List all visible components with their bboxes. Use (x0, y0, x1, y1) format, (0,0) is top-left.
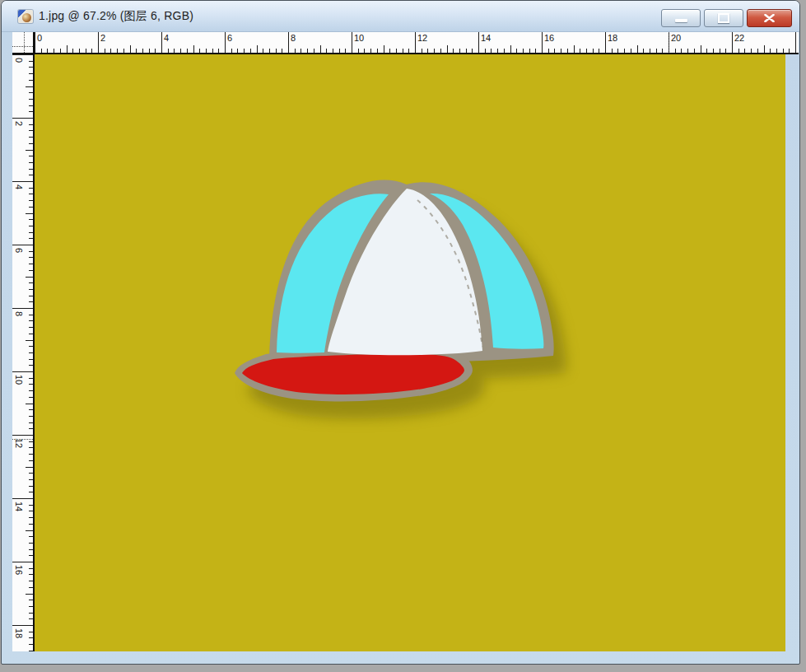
ruler-tick (764, 45, 765, 53)
ruler-tick (72, 49, 73, 53)
ruler-tick (29, 124, 33, 125)
ruler-origin-box[interactable] (12, 32, 35, 54)
ruler-tick (675, 49, 676, 53)
ruler-tick (269, 49, 270, 53)
ruler-tick (29, 479, 33, 480)
ruler-tick (631, 49, 631, 53)
ruler-tick (605, 32, 606, 54)
ruler-tick (263, 49, 263, 53)
ruler-tick (29, 543, 33, 544)
ruler-tick (574, 45, 575, 53)
ruler-label: 4 (14, 184, 23, 189)
ruler-tick (377, 49, 378, 53)
ruler-tick (789, 49, 790, 53)
ruler-tick (535, 49, 536, 53)
ruler-tick (26, 86, 33, 87)
ruler-tick (307, 49, 308, 53)
ruler-pointer-indicator (12, 439, 33, 440)
ruler-tick (29, 320, 33, 321)
ruler-label: 2 (14, 121, 23, 126)
ruler-tick (29, 232, 33, 233)
ruler-tick (561, 49, 561, 53)
ruler-tick (26, 213, 33, 214)
ruler-tick (276, 49, 277, 53)
ruler-tick (504, 49, 505, 53)
ruler-tick (554, 49, 555, 53)
ruler-tick (29, 613, 33, 614)
close-button[interactable] (747, 9, 792, 27)
ruler-tick (12, 54, 35, 55)
ruler-tick (29, 637, 33, 638)
ruler-tick (168, 49, 169, 53)
ruler-tick (29, 301, 33, 302)
ruler-tick (29, 618, 33, 619)
ruler-tick (26, 467, 33, 468)
minimize-button[interactable] (661, 9, 701, 27)
ruler-tick (29, 651, 33, 651)
document-canvas[interactable] (35, 54, 785, 651)
ruler-tick (466, 49, 467, 53)
horizontal-ruler[interactable]: 0246810121416182022 (35, 32, 799, 54)
ruler-pointer-indicator (669, 32, 669, 53)
ruler-tick (434, 49, 435, 53)
ruler-tick (29, 422, 33, 423)
title-bar[interactable]: 1.jpg @ 67.2% (图层 6, RGB) (2, 1, 799, 32)
ruler-tick (29, 315, 33, 315)
ruler-tick (738, 49, 739, 53)
ruler-tick (29, 568, 33, 569)
ruler-tick (98, 32, 99, 54)
window-title: 1.jpg @ 67.2% (图层 6, RGB) (39, 9, 193, 24)
ruler-tick (389, 49, 390, 53)
ruler-tick (26, 404, 33, 404)
ruler-tick (29, 492, 33, 492)
ruler-tick (29, 137, 33, 138)
maximize-button[interactable] (704, 9, 743, 27)
ruler-tick (282, 49, 282, 53)
ruler-tick (12, 371, 35, 372)
ruler-tick (288, 32, 289, 54)
ruler-tick (650, 49, 650, 53)
ruler-tick (529, 49, 530, 53)
ruler-tick (142, 49, 143, 53)
ruler-tick (491, 49, 492, 53)
ruler-tick (29, 73, 33, 74)
ruler-tick (29, 219, 33, 220)
ruler-tick (497, 49, 498, 53)
ruler-tick (580, 49, 580, 53)
ruler-tick (29, 549, 33, 550)
ruler-label: 12 (417, 34, 427, 43)
maximize-icon (718, 13, 729, 23)
ruler-label: 16 (14, 565, 23, 575)
ruler-tick (29, 460, 33, 461)
ruler-tick (301, 49, 301, 53)
ruler-tick (459, 49, 460, 53)
ruler-tick (586, 49, 587, 53)
ruler-tick (29, 99, 33, 100)
ruler-tick (29, 454, 33, 455)
ruler-tick (29, 67, 33, 68)
ruler-tick (206, 49, 207, 53)
ruler-tick (370, 49, 371, 53)
ruler-tick (29, 441, 33, 442)
ruler-tick (345, 49, 346, 53)
ruler-label: 18 (14, 628, 23, 638)
ruler-tick (701, 45, 701, 53)
ruler-tick (447, 45, 448, 53)
minimize-icon (675, 19, 687, 22)
ruler-tick (29, 397, 33, 398)
ruler-tick (199, 49, 200, 53)
ruler-label: 14 (481, 34, 491, 43)
vertical-ruler[interactable]: 024681012141618 (12, 54, 35, 651)
ruler-tick (732, 32, 733, 54)
ruler-tick (599, 49, 599, 53)
ruler-tick (29, 587, 33, 588)
ruler-tick (29, 282, 33, 283)
ruler-tick (795, 32, 796, 54)
ruler-tick (54, 49, 54, 53)
ruler-tick (339, 49, 340, 53)
ruler-tick (783, 49, 784, 53)
ruler-tick (656, 49, 657, 53)
ruler-tick (314, 49, 314, 53)
ruler-tick (29, 390, 33, 391)
ruler-tick (29, 238, 33, 239)
